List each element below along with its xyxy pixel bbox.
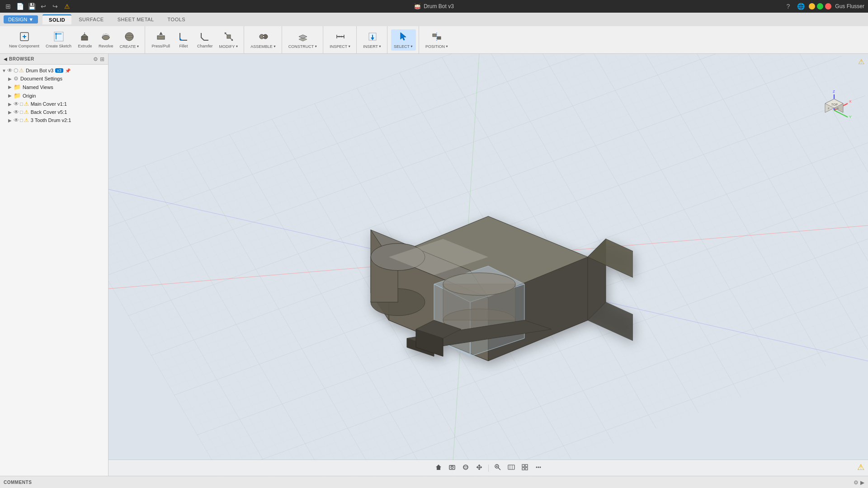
file-icon[interactable]: 📄 bbox=[15, 2, 24, 11]
tree-item-origin[interactable]: ▶ 📁 Origin bbox=[0, 91, 108, 100]
svg-point-10 bbox=[102, 35, 109, 40]
joint-button[interactable]: ASSEMBLE▼ bbox=[248, 29, 278, 51]
help-icon[interactable]: ? bbox=[783, 2, 793, 11]
drum-eye-icon[interactable]: 👁 bbox=[14, 117, 19, 123]
save-icon[interactable]: 💾 bbox=[27, 2, 36, 11]
fillet-icon bbox=[178, 31, 189, 43]
tab-surface[interactable]: SURFACE bbox=[72, 15, 110, 24]
svg-text:R: R bbox=[837, 107, 839, 110]
root-expand[interactable]: ▼ bbox=[2, 68, 7, 73]
named-views-expand[interactable]: ▶ bbox=[8, 84, 14, 89]
root-warn-icon: ⚠ bbox=[19, 67, 24, 74]
select-button[interactable]: SELECT▼ bbox=[391, 29, 416, 51]
revolve-button[interactable]: Revolve bbox=[96, 29, 116, 50]
minimize-button[interactable] bbox=[809, 3, 815, 9]
press-pull-icon bbox=[156, 31, 166, 43]
viewport-bottom-toolbar bbox=[108, 460, 868, 476]
network-icon[interactable]: 🌐 bbox=[796, 2, 805, 11]
browser-settings-icon[interactable]: ⚙ bbox=[93, 56, 98, 62]
comments-settings-icon[interactable]: ⚙ bbox=[854, 479, 859, 486]
tree-item-back-cover[interactable]: ▶ 👁 □ ⚠ Back Cover v5:1 bbox=[0, 108, 108, 116]
chamfer-button[interactable]: Chamfer bbox=[194, 29, 216, 50]
grid-settings-button[interactable] bbox=[519, 462, 531, 474]
camera-button[interactable] bbox=[446, 462, 458, 474]
tabs-row: DESIGN ▼ SOLID SURFACE SHEET METAL TOOLS bbox=[0, 13, 868, 26]
svg-rect-16 bbox=[227, 35, 231, 38]
back-cover-component-icon: □ bbox=[20, 109, 23, 115]
svg-line-92 bbox=[498, 468, 500, 470]
press-pull-button[interactable]: Press/Pull bbox=[149, 29, 173, 50]
doc-settings-expand[interactable]: ▶ bbox=[8, 76, 14, 81]
fillet-button[interactable]: Fillet bbox=[174, 29, 193, 50]
main-cover-expand[interactable]: ▶ bbox=[8, 102, 14, 107]
svg-point-62 bbox=[443, 273, 515, 296]
maximize-button[interactable] bbox=[817, 3, 823, 9]
svg-marker-88 bbox=[478, 469, 481, 470]
tree-item-doc-settings[interactable]: ▶ ⚙ Document Settings bbox=[0, 75, 108, 83]
new-component-icon bbox=[19, 31, 30, 43]
svg-rect-13 bbox=[157, 36, 165, 39]
extrude-icon bbox=[80, 31, 90, 43]
svg-rect-101 bbox=[525, 468, 528, 470]
extrude-button[interactable]: Extrude bbox=[75, 29, 95, 50]
tab-sheet-metal[interactable]: SHEET METAL bbox=[111, 15, 160, 24]
svg-marker-89 bbox=[476, 466, 478, 469]
align-button[interactable]: POSITION▼ bbox=[423, 29, 451, 51]
scale-button[interactable]: MODIFY▼ bbox=[216, 29, 241, 51]
drum-expand[interactable]: ▶ bbox=[8, 118, 14, 123]
assemble-group: ASSEMBLE▼ bbox=[245, 26, 282, 53]
redo-icon[interactable]: ↪ bbox=[51, 2, 60, 11]
back-cover-eye-icon[interactable]: 👁 bbox=[14, 109, 19, 115]
user-name[interactable]: Gus Flusser bbox=[835, 3, 864, 9]
tab-solid[interactable]: SOLID bbox=[42, 14, 71, 24]
viewport-top-warning: ⚠ bbox=[858, 57, 864, 66]
tree-item-named-views[interactable]: ▶ 📁 Named Views bbox=[0, 83, 108, 91]
back-cover-expand[interactable]: ▶ bbox=[8, 110, 14, 115]
measure-button[interactable]: INSPECT▼ bbox=[327, 29, 354, 51]
drum-component-icon: □ bbox=[20, 117, 23, 123]
design-label: DESIGN bbox=[8, 17, 27, 22]
main-cover-eye-icon[interactable]: 👁 bbox=[14, 101, 19, 107]
sphere-button[interactable]: CREATE▼ bbox=[117, 29, 142, 51]
more-settings-button[interactable] bbox=[533, 462, 544, 474]
viewport[interactable]: X Y Z TOP R F ⚠ bbox=[108, 54, 868, 476]
design-button[interactable]: DESIGN ▼ bbox=[4, 15, 38, 23]
tab-tools[interactable]: TOOLS bbox=[161, 15, 192, 24]
home-view-button[interactable] bbox=[433, 462, 444, 474]
svg-marker-87 bbox=[478, 465, 481, 466]
tree-item-drum[interactable]: ▶ 👁 □ ⚠ 3 Tooth Drum v2:1 bbox=[0, 116, 108, 124]
svg-text:Z: Z bbox=[833, 90, 835, 94]
insert-button[interactable]: INSERT▼ bbox=[360, 29, 384, 51]
svg-text:TOP: TOP bbox=[831, 103, 838, 106]
scale-icon bbox=[223, 31, 234, 43]
root-pin-icon[interactable]: 📌 bbox=[65, 68, 71, 73]
view-cube[interactable]: X Y Z TOP R F bbox=[814, 90, 850, 126]
browser-expand-icon[interactable]: ⊞ bbox=[100, 56, 104, 62]
pan-button[interactable] bbox=[473, 462, 485, 474]
comments-expand-icon[interactable]: ▶ bbox=[860, 479, 864, 486]
tree-item-main-cover[interactable]: ▶ 👁 □ ⚠ Main Cover v1:1 bbox=[0, 100, 108, 108]
tree-item-root[interactable]: ▼ 👁 ⬡ ⚠ Drum Bot v3 v3 📌 bbox=[0, 66, 108, 75]
offset-plane-button[interactable]: CONSTRUCT▼ bbox=[286, 29, 320, 51]
orbit-button[interactable] bbox=[460, 462, 472, 474]
create-group: New Component Create Sketch bbox=[4, 26, 145, 53]
design-arrow: ▼ bbox=[28, 17, 33, 22]
display-settings-button[interactable] bbox=[505, 462, 517, 474]
create-sketch-button[interactable]: Create Sketch bbox=[43, 29, 74, 50]
root-badge: v3 bbox=[55, 68, 63, 73]
insert-group: INSERT▼ bbox=[358, 26, 387, 53]
root-eye-icon[interactable]: 👁 bbox=[7, 67, 13, 74]
svg-rect-95 bbox=[508, 465, 514, 469]
app-grid-icon[interactable]: ⊞ bbox=[4, 2, 13, 11]
svg-point-83 bbox=[463, 465, 468, 469]
origin-expand[interactable]: ▶ bbox=[8, 93, 14, 98]
close-button[interactable] bbox=[825, 3, 831, 9]
zoom-button[interactable] bbox=[492, 462, 504, 474]
collapse-arrow[interactable]: ◀ bbox=[4, 56, 7, 61]
undo-icon[interactable]: ↩ bbox=[39, 2, 48, 11]
select-group: SELECT▼ bbox=[388, 26, 419, 53]
svg-point-82 bbox=[451, 466, 453, 469]
root-component-icon: ⬡ bbox=[14, 67, 18, 74]
select-icon bbox=[398, 31, 409, 43]
new-component-button[interactable]: New Component bbox=[6, 29, 42, 50]
